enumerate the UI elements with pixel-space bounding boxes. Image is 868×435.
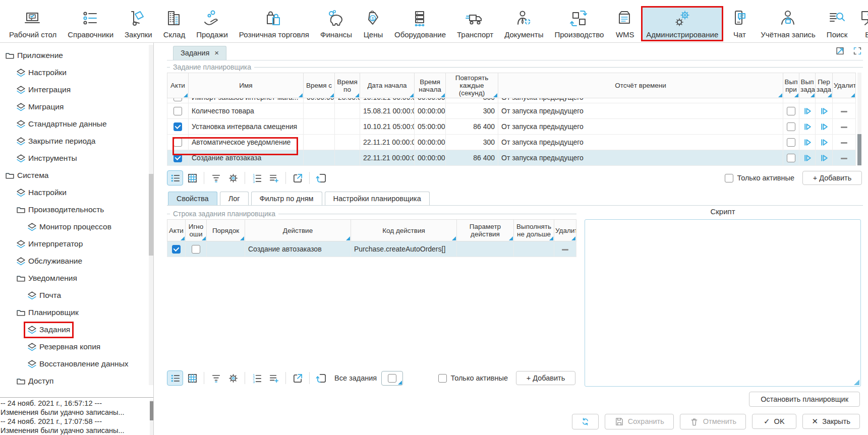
col-max-duration[interactable]: Выполнять не дольше [514,220,554,241]
table-scrollbar[interactable] [857,73,861,166]
tab-properties[interactable]: Свойства [168,192,217,205]
col-name[interactable]: Имя [189,73,304,98]
run-at-checkbox[interactable] [787,154,795,162]
col-action-code[interactable]: Код действия [351,220,457,241]
sidebar-item-notifications[interactable]: Уведомления [3,270,153,287]
only-active-filter[interactable]: Только активные [725,174,794,182]
col-time-from[interactable]: Время с [304,73,335,98]
sidebar-item-settings-system[interactable]: Настройки [3,184,153,201]
col-order[interactable]: Порядок [207,220,245,241]
sidebar-item-maintenance[interactable]: Обслуживание [3,253,153,270]
sidebar-item-tools[interactable]: Инструменты [3,150,153,167]
nav-item-retail[interactable]: Розничная торговля [235,7,313,40]
tab-close-icon[interactable]: × [214,48,219,57]
nav-item-production[interactable]: Производство [550,7,608,40]
run-task-icon[interactable] [803,154,812,162]
settings-button[interactable] [225,370,241,386]
sidebar-item-integration[interactable]: Интеграция [3,81,153,98]
run-at-checkbox[interactable] [787,122,795,131]
tab-scheduler-settings[interactable]: Настройки планировщика [325,192,430,205]
nav-item-sales[interactable]: Продажи [192,7,232,40]
refresh-button[interactable] [572,414,599,429]
reload-panel-button[interactable] [313,370,329,386]
tab-day-filter[interactable]: Фильтр по дням [251,192,322,205]
sidebar-item-interpreter[interactable]: Интерпретатор [3,235,153,253]
table-row-clipped[interactable]: Импорт заказов интернет-мага... 00:00:00… [167,98,856,103]
nav-item-transport[interactable]: Транспорт [453,7,497,40]
popout-icon[interactable] [835,45,846,56]
nav-item-finance[interactable]: Финансы [316,7,356,40]
add-line-button[interactable] [266,370,282,386]
numbered-list-button[interactable]: 123 [249,170,265,185]
col-date-start[interactable]: Дата начала [360,73,415,98]
delete-row-icon[interactable] [841,127,847,128]
col-time-to[interactable]: Время по [335,73,360,98]
filter-button[interactable] [208,370,224,386]
nav-item-chat[interactable]: Чат [725,7,754,40]
run-task-icon[interactable] [803,107,812,115]
save-button[interactable]: Сохранить [605,414,674,429]
col-action[interactable]: Действие [245,220,351,241]
close-button[interactable]: ✕ Закрыть [802,414,860,429]
grid-view-button[interactable] [184,370,200,386]
col-run-at[interactable]: Вып при [783,73,799,98]
delete-row-icon[interactable] [841,158,847,159]
sidebar-item-migration[interactable]: Миграция [3,98,153,115]
sidebar-scrollbar[interactable] [149,45,153,385]
ignore-errors-checkbox[interactable] [192,245,200,254]
sidebar-item-scheduler[interactable]: Планировщик [3,304,153,321]
nav-item-desktop[interactable]: Рабочий стол [5,7,61,40]
col-ignore-errors[interactable]: Игно оши [186,220,207,241]
sidebar-item-period-closing[interactable]: Закрытие периода [3,133,153,150]
list-view-button[interactable] [167,370,183,386]
table-row[interactable]: Установка интервала смещения 10.10.21 05… [167,119,856,135]
col-countdown[interactable]: Отсчёт времени [498,73,783,98]
nav-item-administration[interactable]: Администрирование [642,7,722,40]
col-active[interactable]: Акти [167,220,186,241]
stop-scheduler-button[interactable]: Остановить планировщик [749,392,860,407]
sidebar-item-performance[interactable]: Производительность [3,201,153,218]
ok-button[interactable]: ✓ OK [752,414,796,429]
col-action-param[interactable]: Параметр действия [457,220,514,241]
row-active-checkbox[interactable] [173,138,182,147]
nav-item-documents[interactable]: Документы [500,7,547,40]
delete-row-icon[interactable] [841,142,847,144]
nav-item-warehouse[interactable]: Склад [159,7,189,40]
add-line-button[interactable] [266,170,282,185]
list-view-button[interactable] [167,170,183,185]
sidebar-item-application[interactable]: Приложение [3,47,153,64]
sidebar-item-process-monitor[interactable]: Монитор процессов [3,218,153,235]
add-task-button[interactable]: + Добавить [802,171,862,185]
row-active-checkbox[interactable] [172,245,181,254]
fullscreen-icon[interactable] [852,45,863,56]
sidebar-item-settings-app[interactable]: Настройки [3,64,153,81]
filter-button[interactable] [208,170,224,185]
nav-item-search[interactable]: Поиск [823,7,852,40]
run-at-checkbox[interactable] [787,138,795,147]
row-active-checkbox[interactable] [173,122,182,131]
only-active-checkbox[interactable] [725,174,733,182]
table-row-selected[interactable]: Создание автозаказа 22.11.21 00:00:00 00… [167,150,856,166]
delete-row-icon[interactable] [562,249,568,251]
col-active[interactable]: Акти [167,73,189,98]
only-active-filter[interactable]: Только активные [438,374,508,383]
row-active-checkbox[interactable] [173,154,182,162]
sidebar-item-mail[interactable]: Почта [3,287,153,304]
all-tasks-checkbox[interactable] [388,374,396,383]
task-row-selected[interactable]: Создание автозаказов Purchase.createAuto… [167,241,576,257]
script-editor[interactable] [585,219,861,387]
log-scrollbar[interactable] [150,400,153,435]
row-active-checkbox[interactable] [173,107,182,115]
grid-view-button[interactable] [184,170,200,185]
run-task-icon[interactable] [803,138,812,147]
nav-item-prices[interactable]: $ Цены [359,7,387,40]
nav-item-purchases[interactable]: Закупки [121,7,156,40]
run-task-icon[interactable] [803,122,812,131]
table-row[interactable]: Количество товара 15.08.21 00:00:00 00:0… [167,103,856,119]
open-external-button[interactable] [290,170,306,185]
open-external-button[interactable] [290,370,306,386]
table-row[interactable]: Автоматическое уведомление 22.11.21 00:0… [167,135,856,150]
all-tasks-dropdown[interactable] [381,371,403,386]
col-time-start[interactable]: Время начала [415,73,446,98]
run-at-checkbox[interactable] [787,107,795,115]
